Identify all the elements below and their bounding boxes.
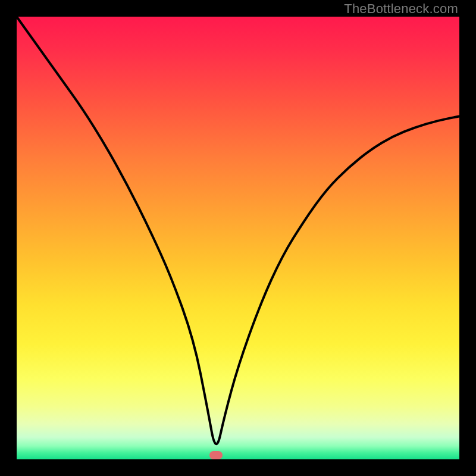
curve-layer	[17, 17, 459, 459]
chart-frame: TheBottleneck.com	[0, 0, 476, 476]
optimal-marker	[209, 451, 223, 459]
bottleneck-curve	[17, 17, 459, 444]
plot-area	[17, 17, 459, 459]
watermark-text: TheBottleneck.com	[344, 1, 458, 17]
